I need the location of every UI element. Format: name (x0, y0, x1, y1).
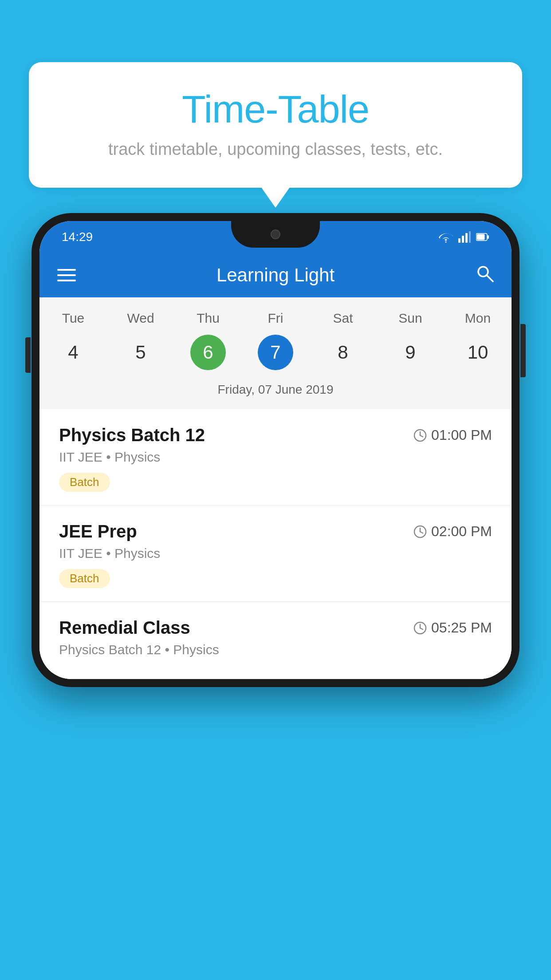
date-8[interactable]: 8 (309, 335, 377, 370)
day-mon: Mon (444, 311, 512, 326)
day-wed: Wed (107, 311, 174, 326)
date-7-selected[interactable]: 7 (258, 335, 293, 370)
day-tue: Tue (39, 311, 107, 326)
clock-icon-1 (413, 429, 427, 442)
schedule-item-1-title: Physics Batch 12 (59, 425, 205, 445)
clock-icon-3 (413, 621, 427, 635)
svg-line-11 (420, 435, 423, 437)
svg-rect-6 (487, 235, 489, 239)
schedule-item-3-meta: Physics Batch 12 • Physics (59, 642, 492, 657)
svg-line-8 (487, 276, 493, 281)
day-thu: Thu (174, 311, 242, 326)
status-time: 14:29 (62, 230, 93, 244)
schedule-item-3-title: Remedial Class (59, 618, 190, 638)
schedule-item-2-badge: Batch (59, 569, 110, 588)
notch (231, 221, 320, 248)
phone-mockup: 14:29 (31, 213, 520, 687)
svg-rect-3 (469, 231, 471, 243)
selected-date-label: Friday, 07 June 2019 (39, 379, 512, 405)
date-9[interactable]: 9 (377, 335, 444, 370)
clock-icon-2 (413, 525, 427, 538)
schedule-item-1-time: 01:00 PM (413, 427, 492, 443)
date-4[interactable]: 4 (39, 335, 107, 370)
calendar-dates: 4 5 6 7 8 9 10 (39, 330, 512, 379)
day-sat: Sat (309, 311, 377, 326)
schedule-list: Physics Batch 12 01:00 PM IIT JEE • Phys… (39, 409, 512, 679)
day-fri: Fri (242, 311, 309, 326)
phone-screen: 14:29 (39, 221, 512, 679)
app-bar: Learning Light (39, 253, 512, 297)
calendar-days-header: Tue Wed Thu Fri Sat Sun Mon (39, 306, 512, 330)
app-bar-title: Learning Light (216, 265, 335, 286)
status-icons (439, 231, 489, 243)
schedule-item-2[interactable]: JEE Prep 02:00 PM IIT JEE • Physics Batc… (39, 506, 512, 602)
status-bar: 14:29 (39, 221, 512, 253)
schedule-item-1-badge: Batch (59, 473, 110, 492)
schedule-item-3-header: Remedial Class 05:25 PM (59, 618, 492, 638)
schedule-item-1-meta: IIT JEE • Physics (59, 450, 492, 465)
schedule-item-2-header: JEE Prep 02:00 PM (59, 522, 492, 541)
battery-icon (476, 233, 489, 241)
date-6-today[interactable]: 6 (190, 335, 226, 370)
date-10[interactable]: 10 (444, 335, 512, 370)
svg-line-17 (420, 628, 423, 629)
camera-dot (271, 229, 280, 239)
calendar-section: Tue Wed Thu Fri Sat Sun Mon 4 5 6 7 8 9 … (39, 297, 512, 409)
svg-point-7 (478, 267, 488, 277)
svg-line-14 (420, 532, 423, 533)
svg-rect-5 (477, 234, 485, 240)
schedule-item-2-meta: IIT JEE • Physics (59, 546, 492, 561)
schedule-item-1-header: Physics Batch 12 01:00 PM (59, 425, 492, 445)
search-button[interactable] (475, 264, 494, 287)
phone-body: 14:29 (31, 213, 520, 687)
bubble-subtitle: track timetable, upcoming classes, tests… (55, 140, 496, 159)
day-sun: Sun (377, 311, 444, 326)
schedule-item-2-time: 02:00 PM (413, 523, 492, 540)
schedule-item-3-time: 05:25 PM (413, 620, 492, 636)
bubble-title: Time-Table (55, 87, 496, 132)
date-5[interactable]: 5 (107, 335, 174, 370)
signal-icon (458, 231, 471, 243)
speech-bubble: Time-Table track timetable, upcoming cla… (29, 62, 522, 188)
svg-rect-2 (465, 233, 468, 243)
svg-rect-1 (462, 236, 464, 243)
hamburger-menu[interactable] (57, 269, 76, 281)
wifi-icon (439, 231, 453, 243)
svg-rect-0 (458, 238, 460, 243)
schedule-item-2-title: JEE Prep (59, 522, 137, 541)
schedule-item-1[interactable]: Physics Batch 12 01:00 PM IIT JEE • Phys… (39, 409, 512, 506)
schedule-item-3[interactable]: Remedial Class 05:25 PM Physics Batch 12… (39, 602, 512, 679)
